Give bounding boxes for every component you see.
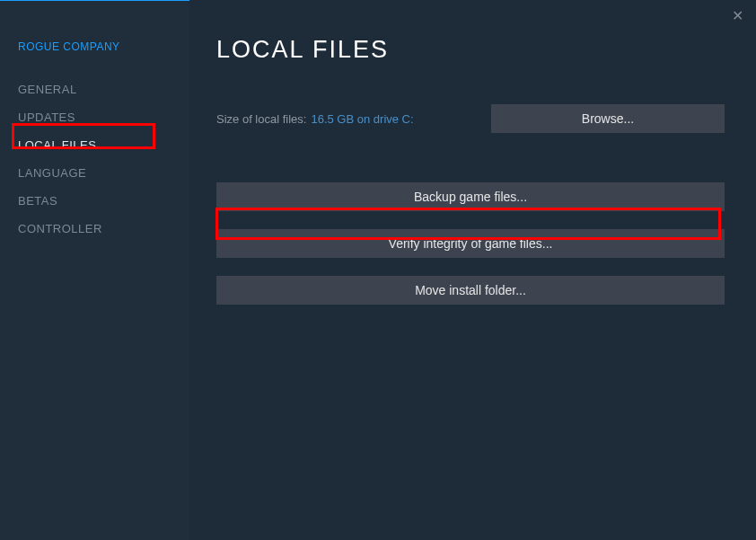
sidebar: ROGUE COMPANY GENERAL UPDATES LOCAL FILE… [0,0,189,540]
backup-button[interactable]: Backup game files... [216,182,725,211]
sidebar-item-updates[interactable]: UPDATES [0,103,189,131]
browse-button[interactable]: Browse... [491,104,725,133]
sidebar-item-label: UPDATES [18,111,75,124]
size-value: 16.5 GB on drive C: [311,112,413,126]
page-title: LOCAL FILES [216,36,725,64]
sidebar-item-label: BETAS [18,194,57,208]
sidebar-item-label: CONTROLLER [18,222,102,235]
sidebar-item-language[interactable]: LANGUAGE [0,159,189,187]
sidebar-item-betas[interactable]: BETAS [0,187,189,215]
sidebar-item-label: GENERAL [18,83,77,96]
sidebar-item-label: LANGUAGE [18,166,86,180]
sidebar-item-controller[interactable]: CONTROLLER [0,215,189,243]
close-icon[interactable]: ✕ [732,9,743,23]
sidebar-item-local-files[interactable]: LOCAL FILES [0,131,189,159]
verify-integrity-button[interactable]: Verify integrity of game files... [216,229,725,258]
move-folder-button[interactable]: Move install folder... [216,276,725,305]
sidebar-item-label: LOCAL FILES [18,138,96,152]
main-panel: ✕ LOCAL FILES Size of local files: 16.5 … [189,0,756,540]
sidebar-item-general[interactable]: GENERAL [0,75,189,103]
size-label: Size of local files: [216,112,306,126]
game-title: ROGUE COMPANY [0,40,189,75]
size-row: Size of local files: 16.5 GB on drive C:… [216,104,725,133]
